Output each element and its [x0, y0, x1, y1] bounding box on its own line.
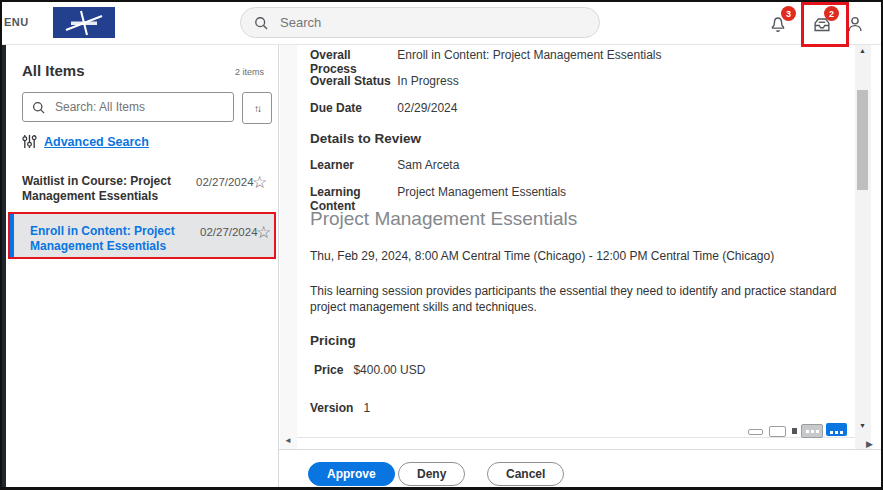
item-title[interactable]: Enroll in Content: Project Management Es…: [30, 224, 202, 254]
item-count: 2 items: [235, 67, 264, 77]
export-icon[interactable]: [748, 429, 763, 435]
inbox-badge: 2: [824, 6, 839, 21]
selection-annotation-box: Enroll in Content: Project Management Es…: [8, 212, 276, 259]
inbox-sidebar: All Items 2 items ↑↓ Advanced Search Wai: [6, 44, 279, 487]
field-value: Enroll in Content: Project Management Es…: [397, 48, 661, 62]
global-search[interactable]: [240, 7, 600, 38]
table-view-icon-active[interactable]: [826, 423, 847, 436]
inbox-item-enroll-selected[interactable]: Enroll in Content: Project Management Es…: [14, 216, 278, 262]
expand-view-icon[interactable]: [769, 426, 786, 437]
sidebar-title: All Items: [22, 62, 85, 79]
inbox-item-waitlist[interactable]: Waitlist in Course: Project Management E…: [6, 166, 278, 212]
item-title[interactable]: Waitlist in Course: Project Management E…: [22, 174, 194, 204]
sort-button[interactable]: ↑↓: [242, 92, 272, 124]
field-row: Overall Status In Progress: [310, 74, 459, 88]
version-value: 1: [363, 401, 370, 415]
search-icon: [31, 100, 46, 115]
field-label: Learner: [310, 158, 394, 172]
collapse-panel-icon[interactable]: ◄: [284, 436, 292, 445]
vertical-scrollbar[interactable]: ▲ ▼: [855, 44, 871, 449]
field-value: Project Management Essentials: [397, 185, 566, 199]
company-logo[interactable]: [53, 7, 115, 38]
filter-sliders-icon: [22, 134, 37, 149]
scrollbar-thumb[interactable]: [857, 90, 868, 190]
star-icon[interactable]: ☆: [252, 172, 267, 193]
cancel-button[interactable]: Cancel: [487, 462, 564, 486]
menu-button[interactable]: ENU: [4, 16, 29, 28]
sidebar-search[interactable]: [22, 92, 234, 122]
field-label: Overall Status: [310, 74, 394, 88]
price-row: Price $400.00 USD: [314, 363, 425, 377]
scroll-up-icon[interactable]: ▲: [859, 47, 866, 54]
filter-icon[interactable]: [792, 428, 797, 434]
field-row: Due Date 02/29/2024: [310, 101, 457, 115]
sort-icon: ↑↓: [254, 103, 260, 114]
sidebar-search-input[interactable]: [53, 99, 217, 115]
details-to-review-heading: Details to Review: [310, 131, 421, 146]
field-row: Overall Process Enroll in Content: Proje…: [310, 48, 661, 76]
search-icon: [253, 15, 269, 31]
version-label: Version: [310, 401, 353, 415]
scroll-right-icon[interactable]: ▶: [866, 439, 873, 449]
price-label: Price: [314, 363, 343, 377]
field-label: Overall Process: [310, 48, 394, 76]
star-icon[interactable]: ☆: [256, 222, 271, 243]
deny-button[interactable]: Deny: [398, 462, 465, 486]
advanced-search-link[interactable]: Advanced Search: [44, 135, 149, 149]
version-row: Version 1: [310, 401, 370, 415]
field-row: Learner Sam Arceta: [310, 158, 459, 172]
top-bar: ENU 3 2: [2, 2, 881, 45]
workday-inbox-screen: ENU 3 2: [0, 0, 883, 490]
global-search-input[interactable]: [278, 14, 562, 31]
field-value: 02/29/2024: [397, 101, 457, 115]
action-bar: Approve Deny Cancel: [279, 449, 881, 487]
item-date: 02/27/2024: [196, 176, 254, 188]
item-date: 02/27/2024: [200, 226, 258, 238]
pricing-heading: Pricing: [310, 333, 356, 348]
notification-badge: 3: [781, 6, 796, 21]
grid-view-icon[interactable]: [801, 424, 823, 438]
course-description: This learning session provides participa…: [310, 283, 845, 315]
task-detail-panel: Overall Process Enroll in Content: Proje…: [297, 44, 855, 438]
field-value: Sam Arceta: [397, 158, 459, 172]
field-label: Due Date: [310, 101, 394, 115]
scroll-down-icon[interactable]: ▼: [859, 422, 866, 429]
price-value: $400.00 USD: [353, 363, 425, 377]
approve-button[interactable]: Approve: [308, 462, 395, 486]
session-time: Thu, Feb 29, 2024, 8:00 AM Central Time …: [310, 249, 774, 263]
advanced-search-row: Advanced Search: [22, 134, 149, 149]
logo-emblem: [58, 10, 110, 36]
field-value: In Progress: [397, 74, 458, 88]
panel-gutter: ◄: [280, 44, 297, 449]
course-title: Project Management Essentials: [310, 208, 577, 230]
